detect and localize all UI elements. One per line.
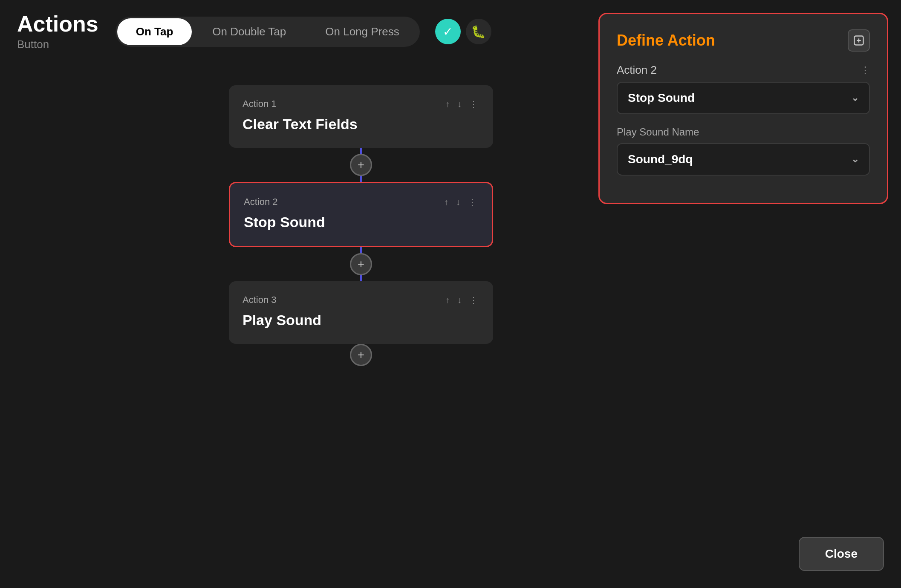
sound-name-chevron: ⌄ <box>851 154 859 165</box>
card-3-actions: ↑ ↓ ⋮ <box>444 293 479 307</box>
action-2-down[interactable]: ↓ <box>454 196 462 209</box>
action-2-label: Action 2 <box>244 196 278 208</box>
action-3-menu[interactable]: ⋮ <box>468 293 479 307</box>
action-3-up[interactable]: ↑ <box>444 294 451 307</box>
page-subtitle: Button <box>17 38 98 51</box>
action-3-down[interactable]: ↓ <box>456 294 463 307</box>
panel-section-menu[interactable]: ⋮ <box>861 65 870 76</box>
title-block: Actions Button <box>17 12 98 51</box>
tab-on-long-press[interactable]: On Long Press <box>306 18 418 45</box>
action-card-2[interactable]: Action 2 ↑ ↓ ⋮ Stop Sound <box>229 182 493 247</box>
action-3-label: Action 3 <box>243 294 277 306</box>
connector-1-wrap: + <box>229 148 493 182</box>
panel-add-button[interactable] <box>848 29 870 52</box>
action-type-dropdown[interactable]: Stop Sound ⌄ <box>617 82 870 114</box>
header-icons: ✓ 🐛 <box>435 19 491 44</box>
card-1-header: Action 1 ↑ ↓ ⋮ <box>243 97 479 111</box>
action-1-down[interactable]: ↓ <box>456 98 463 111</box>
sound-name-dropdown[interactable]: Sound_9dq ⌄ <box>617 143 870 176</box>
page-title: Actions <box>17 12 98 36</box>
panel-header: Define Action <box>617 29 870 52</box>
tab-group: On Tap On Double Tap On Long Press <box>116 17 420 47</box>
action-1-up[interactable]: ↑ <box>444 98 451 111</box>
sound-name-value: Sound_9dq <box>628 153 693 166</box>
action-2-menu[interactable]: ⋮ <box>466 195 478 209</box>
tab-on-double-tap[interactable]: On Double Tap <box>193 18 305 45</box>
action-type-value: Stop Sound <box>628 91 695 105</box>
card-2-header: Action 2 ↑ ↓ ⋮ <box>244 195 478 209</box>
action-1-label: Action 1 <box>243 98 277 110</box>
add-action-between-1-2[interactable]: + <box>350 154 372 176</box>
add-action-after-3[interactable]: + <box>350 344 372 366</box>
bug-icon: 🐛 <box>471 25 486 39</box>
card-2-actions: ↑ ↓ ⋮ <box>442 195 478 209</box>
action-3-name: Play Sound <box>243 312 479 329</box>
check-icon-button[interactable]: ✓ <box>435 19 461 44</box>
action-2-up[interactable]: ↑ <box>442 196 450 209</box>
panel-section-label: Action 2 ⋮ <box>617 63 870 77</box>
bug-icon-button[interactable]: 🐛 <box>466 19 491 44</box>
check-icon: ✓ <box>443 25 453 39</box>
action-type-chevron: ⌄ <box>851 92 859 104</box>
close-button[interactable]: Close <box>799 537 884 571</box>
sound-name-label: Play Sound Name <box>617 126 870 138</box>
add-action-icon <box>853 35 865 46</box>
action-1-name: Clear Text Fields <box>243 116 479 133</box>
action-2-name: Stop Sound <box>244 214 478 231</box>
action-1-menu[interactable]: ⋮ <box>468 97 479 111</box>
connector-3-wrap: + <box>229 344 493 378</box>
define-action-panel: Define Action Action 2 ⋮ Stop Sound ⌄ Pl… <box>598 13 888 204</box>
card-3-header: Action 3 ↑ ↓ ⋮ <box>243 293 479 307</box>
add-action-between-2-3[interactable]: + <box>350 253 372 275</box>
panel-title: Define Action <box>617 32 715 49</box>
action-card-3[interactable]: Action 3 ↑ ↓ ⋮ Play Sound <box>229 281 493 344</box>
tab-on-tap[interactable]: On Tap <box>117 18 192 45</box>
action-card-1[interactable]: Action 1 ↑ ↓ ⋮ Clear Text Fields <box>229 85 493 148</box>
connector-2-wrap: + <box>229 247 493 281</box>
card-1-actions: ↑ ↓ ⋮ <box>444 97 479 111</box>
